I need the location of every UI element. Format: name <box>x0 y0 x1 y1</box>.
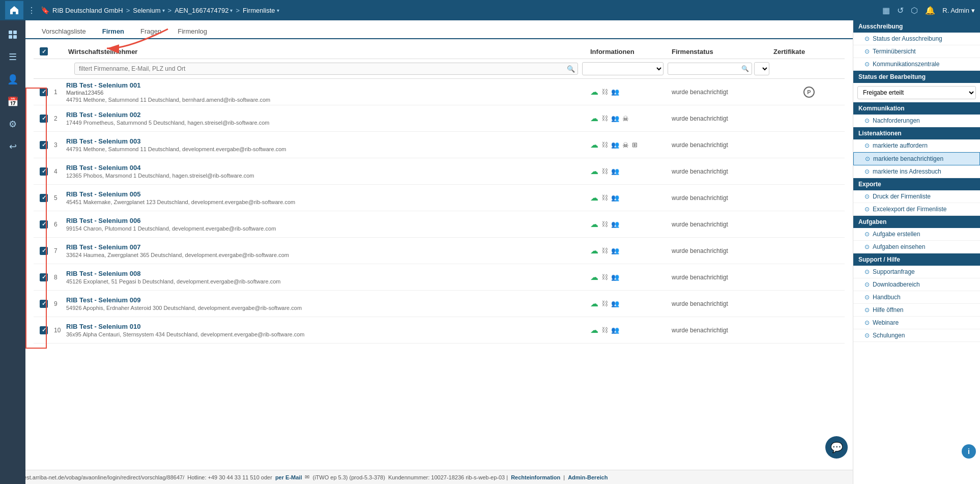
aufgabe-erstellen[interactable]: ⊙ Aufgabe erstellen <box>853 228 980 241</box>
dots-icon[interactable]: ⋮ <box>27 6 36 15</box>
firm-name[interactable]: RIB Test - Selenium 005 <box>66 190 590 198</box>
breadcrumb-list[interactable]: Firmenliste ▾ <box>243 7 279 14</box>
hilfe-oeffnen[interactable]: ⊙ Hilfe öffnen <box>853 304 980 317</box>
status-email[interactable]: per E-Mail <box>275 474 302 480</box>
tab-vorschlagsliste[interactable]: Vorschlagsliste <box>34 24 94 39</box>
table-area: Wirtschaftsteilnehmer Informationen Firm… <box>25 39 853 349</box>
handbuch-icon: ⊙ <box>864 294 870 301</box>
tab-firmen[interactable]: Firmen <box>94 24 132 39</box>
row-checkbox-col <box>34 247 54 255</box>
row-checkbox[interactable] <box>40 115 48 123</box>
users-icon: 👥 <box>611 88 619 96</box>
kommunikationszentrale[interactable]: ⊙ Kommunikationszentrale <box>853 58 980 71</box>
skull-icon: ☠ <box>622 115 629 123</box>
status-rechtsinformation[interactable]: Rechteinformation <box>511 474 560 480</box>
table-row: 1 RIB Test - Selenium 001 Martina123456 … <box>34 79 845 105</box>
excel-firmenliste[interactable]: ⊙ Excelexport der Firmenliste <box>853 203 980 216</box>
row-checkbox-col <box>34 194 54 202</box>
filter-name-input[interactable]: 🔍 <box>74 63 578 75</box>
row-checkbox[interactable] <box>40 167 48 176</box>
firm-name[interactable]: RIB Test - Selenium 010 <box>66 323 590 330</box>
status-filter-dropdown[interactable] <box>754 62 769 75</box>
handbuch[interactable]: ⊙ Handbuch <box>853 291 980 304</box>
status-filter-input[interactable] <box>668 63 752 75</box>
section-exporte-title: Exporte <box>853 178 980 190</box>
svg-rect-1 <box>13 31 17 34</box>
row-checkbox[interactable] <box>40 88 48 96</box>
nachforderungen[interactable]: ⊙ Nachforderungen <box>853 115 980 127</box>
sidebar-users[interactable]: 👤 <box>4 70 22 89</box>
notification-icon[interactable]: 🔔 <box>925 6 935 15</box>
row-checkbox-col <box>34 88 54 96</box>
users-icon: 👥 <box>611 247 619 254</box>
row-checkbox-col <box>34 115 54 123</box>
refresh-icon[interactable]: ↺ <box>897 6 904 15</box>
row-checkbox-col <box>34 220 54 229</box>
grid-icon[interactable]: ▦ <box>882 6 890 15</box>
row-number: 4 <box>54 168 66 175</box>
cloud-icon: ☁ <box>590 113 598 123</box>
supportanfrage[interactable]: ⊙ Supportanfrage <box>853 266 980 278</box>
firm-name[interactable]: RIB Test - Selenium 009 <box>66 296 590 304</box>
schulungen[interactable]: ⊙ Schulungen <box>853 329 980 342</box>
markierte-ins-adressbuch[interactable]: ⊙ markierte ins Adressbuch <box>853 165 980 178</box>
row-info-col: ☁ ⛓ 👥 <box>590 219 672 229</box>
aufgaben-einsehen[interactable]: ⊙ Aufgaben einsehen <box>853 241 980 253</box>
row-checkbox[interactable] <box>40 220 48 229</box>
breadcrumb-project[interactable]: AEN_1667474792 ▾ <box>175 7 233 14</box>
table-row: 5 RIB Test - Selenium 005 45451 Makemake… <box>34 185 845 211</box>
share-icon[interactable]: ⬡ <box>911 6 918 15</box>
sidebar-calendar[interactable]: 📅 <box>4 93 22 111</box>
table-row: 2 RIB Test - Selenium 002 17449 Promethe… <box>34 105 845 132</box>
row-checkbox[interactable] <box>40 273 48 281</box>
freigabe-dropdown[interactable]: Freigabe erteilt <box>857 86 976 99</box>
firm-name[interactable]: RIB Test - Selenium 007 <box>66 243 590 251</box>
status-adminbereich[interactable]: Admin-Bereich <box>568 474 608 480</box>
firm-name[interactable]: RIB Test - Selenium 001 <box>66 81 590 89</box>
select-all-checkbox[interactable] <box>40 47 48 55</box>
tab-fragen[interactable]: Fragen <box>132 24 169 39</box>
info-filter-dropdown[interactable] <box>582 62 664 75</box>
webinare[interactable]: ⊙ Webinare <box>853 317 980 329</box>
firm-name-filter[interactable] <box>74 63 578 75</box>
terminuebersicht[interactable]: ⊙ Terminübersicht <box>853 45 980 58</box>
section-listenaktionen-title: Listenaktionen <box>853 127 980 139</box>
info-button[interactable]: i <box>962 444 976 459</box>
druck-firmenliste[interactable]: ⊙ Druck der Firmenliste <box>853 190 980 203</box>
firm-name[interactable]: RIB Test - Selenium 003 <box>66 137 590 145</box>
sidebar-back[interactable]: ↩ <box>4 137 22 156</box>
sidebar-menu[interactable]: ☰ <box>4 48 22 66</box>
markierte-auffordern[interactable]: ⊙ markierte auffordern <box>853 139 980 152</box>
filter-status-col: 🔍 <box>668 62 769 75</box>
webinare-icon: ⊙ <box>864 319 870 326</box>
home-button[interactable] <box>5 1 23 19</box>
table-row: 9 RIB Test - Selenium 009 54926 Apophis,… <box>34 291 845 317</box>
status-der-ausschreibung[interactable]: ⊙ Status der Ausschreibung <box>853 33 980 45</box>
firm-name[interactable]: RIB Test - Selenium 004 <box>66 164 590 172</box>
row-checkbox[interactable] <box>40 326 48 334</box>
user-menu[interactable]: R. Admin ▾ <box>942 7 975 14</box>
breadcrumb-module[interactable]: Selenium ▾ <box>133 7 164 14</box>
cloud-icon: ☁ <box>590 299 598 308</box>
p-circle-cert: P <box>803 87 815 98</box>
network-icon: ⛓ <box>601 300 608 307</box>
chat-button[interactable]: 💬 <box>825 436 848 459</box>
sidebar-home[interactable] <box>4 25 22 44</box>
network-icon: ⛓ <box>601 194 608 202</box>
row-checkbox[interactable] <box>40 141 48 149</box>
row-checkbox[interactable] <box>40 247 48 255</box>
row-checkbox[interactable] <box>40 194 48 202</box>
row-checkbox[interactable] <box>40 300 48 308</box>
users-icon: 👥 <box>611 115 619 122</box>
row-name-col: RIB Test - Selenium 009 54926 Apophis, E… <box>66 296 590 311</box>
benachrichtigen-icon: ⊙ <box>865 155 870 162</box>
breadcrumb-company[interactable]: RIB Deutschland GmbH <box>52 7 123 14</box>
firm-name[interactable]: RIB Test - Selenium 006 <box>66 217 590 224</box>
markierte-benachrichtigen[interactable]: ⊙ markierte benachrichtigen <box>853 152 980 165</box>
sidebar-settings[interactable]: ⚙ <box>4 115 22 133</box>
network-icon: ⛓ <box>601 115 608 122</box>
downloadbereich[interactable]: ⊙ Downloadbereich <box>853 278 980 291</box>
firm-name[interactable]: RIB Test - Selenium 002 <box>66 111 590 119</box>
firm-name[interactable]: RIB Test - Selenium 008 <box>66 270 590 277</box>
tab-firmenlog[interactable]: Firmenlog <box>169 24 215 39</box>
